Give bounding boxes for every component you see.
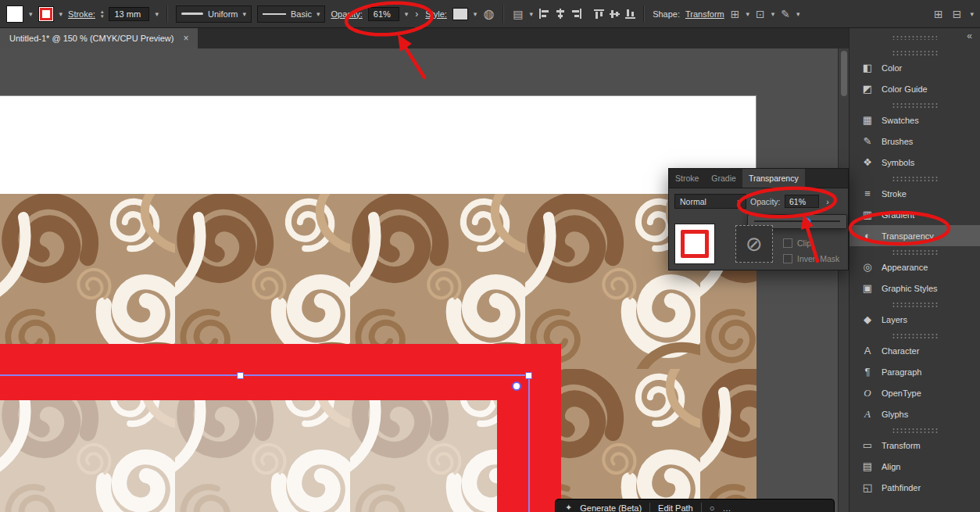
document-setup-icon[interactable]: ▤ [512, 8, 524, 20]
dock-item-swatches[interactable]: ▦ Swatches [849, 102, 980, 131]
width-profile-select[interactable]: Uniform ▾ [176, 5, 252, 23]
panel-group-grip[interactable] [892, 333, 938, 338]
dock-item-layers[interactable]: ◆ Layers [849, 302, 980, 330]
dock-item-graphic-styles[interactable]: ▣ Graphic Styles [849, 277, 980, 299]
panel-group-grip[interactable] [892, 249, 938, 255]
panel-opacity-label: Opacity: [750, 197, 781, 206]
pen-options-caret[interactable]: ▾ [796, 10, 800, 18]
more-options-chevron[interactable]: › [413, 9, 420, 20]
panel-opacity-field[interactable]: 61% [785, 195, 819, 208]
arrange-documents-icon[interactable]: ⊞ [933, 8, 944, 20]
align-left-icon[interactable] [538, 9, 549, 19]
dock-item-transparency[interactable]: ◐ Transparency [849, 225, 980, 246]
pen-options-icon[interactable]: ✎ [780, 8, 791, 20]
align-top-icon[interactable] [594, 9, 604, 20]
stroke-weight-stepper[interactable]: ▴▾ [101, 9, 104, 18]
selection-handle-corner[interactable] [525, 372, 532, 379]
dock-item-color-guide[interactable]: ◩ Color Guide [849, 78, 980, 99]
fill-color-swatch[interactable] [6, 5, 23, 23]
panel-opacity-flyout-arrow[interactable]: › [822, 195, 833, 208]
dock-item-character[interactable]: A Character [849, 333, 980, 361]
stroke-weight-field[interactable]: 13 mm [109, 7, 149, 21]
dock-item-label: Paragraph [882, 367, 921, 377]
close-tab-icon[interactable]: × [183, 33, 188, 44]
clip-checkbox-row[interactable]: Clip [783, 238, 811, 248]
dock-grip[interactable] [892, 35, 937, 40]
style-panel-link[interactable]: Style: [425, 9, 447, 19]
object-thumbnail[interactable] [674, 224, 715, 264]
blend-mode-select[interactable]: Normal ▾ [674, 194, 746, 209]
opacity-panel-link[interactable]: Opacity: [331, 9, 362, 19]
invert-mask-checkbox-row[interactable]: Invert Mask [783, 254, 839, 263]
panel-tab-stroke[interactable]: Stroke [669, 169, 705, 188]
align-bottom-icon[interactable] [625, 9, 635, 20]
canvas-area[interactable] [0, 48, 849, 512]
dock-item-transform[interactable]: ▭ Transform [849, 428, 980, 456]
document-tab[interactable]: Untitled-1* @ 150 % (CMYK/CPU Preview) × [0, 28, 198, 48]
vertical-scrollbar-thumb[interactable] [841, 51, 847, 96]
panel-group-grip[interactable] [892, 102, 938, 108]
stroke-color-swatch[interactable] [38, 6, 54, 22]
recolor-artwork-icon[interactable]: ◍ [482, 6, 495, 21]
isolate-selection-icon[interactable]: ⊡ [755, 8, 766, 20]
workspace-switcher-icon[interactable]: ⊟ [952, 8, 963, 20]
dock-item-color[interactable]: ◧ Color [849, 50, 980, 78]
style-swatch[interactable] [452, 8, 468, 20]
transform-panel-link[interactable]: Transform [685, 9, 724, 19]
align-right-icon[interactable] [571, 9, 582, 19]
opacity-caret[interactable]: ▾ [405, 10, 409, 18]
dock-item-pathfinder[interactable]: ◱ Pathfinder [849, 477, 980, 498]
transform-presets-icon[interactable]: ⊞ [730, 8, 741, 20]
dock-item-paragraph[interactable]: ¶ Paragraph [849, 361, 980, 382]
dock-item-label: OpenType [882, 388, 921, 398]
align-center-vertical-icon[interactable] [610, 9, 620, 20]
dock-item-icon: ❖ [861, 156, 874, 168]
invert-mask-checkbox[interactable] [783, 254, 792, 263]
panel-tab-gradient[interactable]: Gradie [705, 169, 742, 188]
dock-item-icon: ▤ [861, 460, 874, 472]
anchor-point-indicator[interactable] [512, 381, 521, 391]
selected-red-frame-horizontal[interactable] [0, 344, 561, 400]
vertical-scrollbar[interactable] [838, 48, 849, 512]
brush-select[interactable]: Basic ▾ [257, 5, 325, 23]
dock-item-brushes[interactable]: ✎ Brushes [849, 131, 980, 152]
brush-caret: ▾ [317, 10, 320, 18]
style-caret[interactable]: ▾ [474, 10, 477, 18]
dock-header: « [849, 28, 980, 47]
more-icon[interactable]: … [722, 503, 731, 512]
panel-tab-transparency[interactable]: Transparency [742, 169, 805, 188]
dock-item-gradient[interactable]: ▥ Gradient [849, 204, 980, 225]
transform-presets-caret[interactable]: ▾ [746, 10, 749, 18]
mask-thumbnail[interactable]: ⊘ [735, 225, 773, 263]
collapse-dock-icon[interactable]: « [967, 30, 972, 41]
panel-group-grip[interactable] [892, 176, 938, 181]
opacity-field[interactable]: 61% [368, 7, 399, 21]
dock-item-opentype[interactable]: O OpenType [849, 382, 980, 403]
selection-handle-mid[interactable] [237, 372, 244, 379]
dock-item-align[interactable]: ▤ Align [849, 456, 980, 477]
stroke-weight-caret[interactable]: ▾ [155, 10, 159, 18]
workspace-caret[interactable]: ▾ [970, 10, 974, 18]
dock-item-icon: ◱ [861, 482, 874, 493]
align-center-horizontal-icon[interactable] [555, 9, 566, 19]
panel-group-grip[interactable] [892, 302, 938, 307]
isolate-selection-caret[interactable]: ▾ [771, 10, 775, 18]
panel-group-grip[interactable] [892, 428, 938, 433]
panel-group-grip[interactable] [892, 50, 938, 55]
edit-path-button[interactable]: Edit Path [658, 503, 693, 512]
dock-item-glyphs[interactable]: A Glyphs [849, 403, 980, 424]
opacity-slider-thumb[interactable] [803, 217, 811, 226]
document-setup-caret[interactable]: ▾ [530, 10, 534, 18]
dock-item-appearance[interactable]: ◎ Appearance [849, 249, 980, 277]
dock-item-symbols[interactable]: ❖ Symbols [849, 152, 980, 173]
clip-checkbox[interactable] [783, 238, 792, 248]
dock-item-label: Gradient [882, 210, 914, 220]
dock-item-icon: A [861, 345, 874, 356]
invert-mask-label: Invert Mask [797, 254, 839, 263]
stroke-dropdown-caret[interactable]: ▾ [59, 10, 63, 18]
dock-item-stroke[interactable]: ≡ Stroke [849, 176, 980, 204]
generate-button[interactable]: Generate (Beta) [580, 503, 642, 512]
stroke-panel-link[interactable]: Stroke: [68, 9, 95, 19]
account-icon[interactable]: ○ [710, 503, 715, 512]
fill-dropdown-caret[interactable]: ▾ [29, 10, 33, 18]
